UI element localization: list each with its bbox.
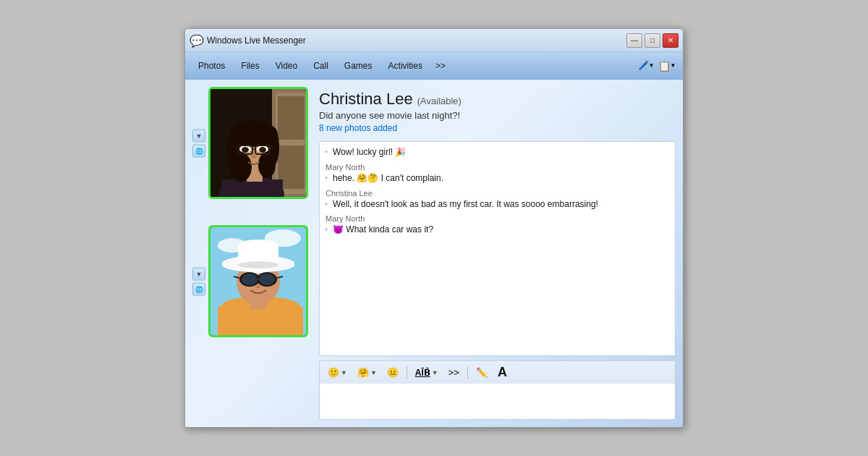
close-button[interactable]: ✕: [663, 33, 678, 48]
chat-message-4: Mary North 😈 What kinda car was it?: [326, 214, 669, 236]
messenger-window: 💬 Windows Live Messenger — □ ✕ Photos Fi…: [184, 28, 684, 428]
svg-point-23: [252, 155, 256, 158]
avatar-container-2: ▼ 🌐: [192, 225, 312, 337]
input-area: [319, 384, 676, 420]
toolbar-games[interactable]: Games: [337, 58, 380, 74]
chat-sender-4: Mary North: [326, 214, 669, 223]
chat-message-1: Wow! lucky girl! 🎉: [326, 146, 669, 159]
avatar-expand-btn-2[interactable]: ▼: [192, 267, 205, 280]
chat-message-2: Mary North hehe. 🤗🤔 I can't complain.: [326, 163, 669, 185]
input-container: 🙂 ▼ 🤗 ▼ 😐 AĪB̄ ▼: [319, 360, 676, 420]
chat-text-3: Well, it doesn't look as bad as my first…: [326, 198, 669, 211]
app-icon: 💬: [190, 34, 203, 47]
contact-message: Did anyone see movie last night?!: [319, 110, 676, 121]
emoji-1-icon: 🙂: [328, 367, 339, 378]
window-title: Windows Live Messenger: [207, 35, 306, 46]
input-separator-1: [407, 366, 407, 379]
contact-info: Christina Lee (Available) Did anyone see…: [319, 87, 676, 137]
title-bar: 💬 Windows Live Messenger — □ ✕: [185, 29, 683, 52]
svg-point-16: [242, 147, 249, 153]
toolbar-settings-button[interactable]: 📋 ▼: [657, 56, 677, 75]
input-toolbar: 🙂 ▼ 🤗 ▼ 😐 AĪB̄ ▼: [319, 360, 676, 384]
font-format-button[interactable]: AĪB̄ ▼: [412, 366, 442, 379]
toolbar-photos[interactable]: Photos: [191, 58, 232, 74]
emoji-button-3[interactable]: 😐: [383, 366, 402, 379]
title-bar-left: 💬 Windows Live Messenger: [190, 34, 306, 47]
svg-rect-3: [278, 96, 305, 140]
font-icon: AĪB̄: [415, 368, 430, 378]
main-toolbar: Photos Files Video Call Games Activities…: [185, 52, 683, 80]
more-options-button[interactable]: >>: [445, 366, 463, 379]
toolbar-video[interactable]: Video: [268, 58, 305, 74]
svg-point-17: [259, 147, 266, 153]
message-input[interactable]: [324, 387, 671, 416]
emoji-3-icon: 😐: [387, 367, 399, 378]
emoji-2-icon: 🤗: [357, 367, 369, 378]
svg-point-12: [230, 153, 252, 182]
chat-sender-3: Christina Lee: [326, 189, 669, 198]
chat-area[interactable]: Wow! lucky girl! 🎉 Mary North hehe. 🤗🤔 I…: [319, 141, 676, 356]
avatar-image-2: [210, 227, 308, 337]
avatar-expand-btn-1[interactable]: ▼: [192, 129, 205, 142]
contact-name-line: Christina Lee (Available): [319, 90, 676, 109]
toolbar-files[interactable]: Files: [234, 58, 266, 74]
toolbar-pen-button[interactable]: 🖊️ ▼: [635, 56, 655, 75]
avatar-controls-1: ▼ 🌐: [192, 129, 205, 157]
svg-point-39: [242, 274, 258, 285]
font-size-icon: A: [498, 365, 507, 380]
avatar-web-btn-1[interactable]: 🌐: [192, 144, 205, 157]
toolbar-more[interactable]: >>: [431, 58, 450, 74]
contact-status-val: (Available): [417, 96, 461, 106]
avatar-frame-1: [208, 87, 308, 199]
font-size-button[interactable]: A: [494, 363, 511, 381]
pen-icon: ✏️: [476, 367, 488, 378]
right-panel: Christina Lee (Available) Did anyone see…: [319, 87, 676, 420]
more-options-label: >>: [448, 367, 459, 378]
maximize-button[interactable]: □: [644, 33, 660, 48]
chat-message-3: Christina Lee Well, it doesn't look as b…: [326, 189, 669, 211]
avatar-spacer: [192, 205, 312, 219]
minimize-button[interactable]: —: [626, 33, 642, 48]
svg-point-44: [256, 285, 260, 288]
contact-name: Christina Lee: [319, 90, 417, 108]
pen-button[interactable]: ✏️: [472, 366, 491, 379]
chat-sender-2: Mary North: [326, 163, 669, 172]
toolbar-activities[interactable]: Activities: [381, 58, 430, 74]
emoji-button-1[interactable]: 🙂 ▼: [324, 366, 351, 379]
svg-point-13: [258, 152, 276, 178]
main-content: ▼ 🌐: [185, 80, 683, 427]
chat-text-2: hehe. 🤗🤔 I can't complain.: [326, 172, 669, 185]
emoji-2-dropdown: ▼: [370, 369, 377, 376]
chat-text-1: Wow! lucky girl! 🎉: [326, 146, 669, 159]
svg-point-35: [238, 240, 278, 251]
contact-link[interactable]: 8 new photos added: [319, 123, 397, 133]
avatars-panel: ▼ 🌐: [192, 87, 312, 420]
svg-rect-6: [221, 180, 283, 199]
chat-text-4: 😈 What kinda car was it?: [326, 224, 669, 236]
font-dropdown: ▼: [432, 369, 438, 376]
emoji-button-2[interactable]: 🤗 ▼: [354, 366, 380, 379]
toolbar-call[interactable]: Call: [306, 58, 336, 74]
svg-point-40: [259, 274, 275, 285]
emoji-1-dropdown: ▼: [341, 369, 347, 376]
svg-point-36: [238, 261, 278, 269]
avatar-image-1: [210, 89, 308, 199]
avatar-web-btn-2[interactable]: 🌐: [192, 282, 205, 295]
avatar-container-1: ▼ 🌐: [192, 87, 312, 199]
avatar-frame-2: [208, 225, 308, 337]
window-controls: — □ ✕: [626, 33, 678, 48]
input-separator-2: [467, 366, 468, 379]
avatar-controls-2: ▼ 🌐: [192, 267, 205, 295]
